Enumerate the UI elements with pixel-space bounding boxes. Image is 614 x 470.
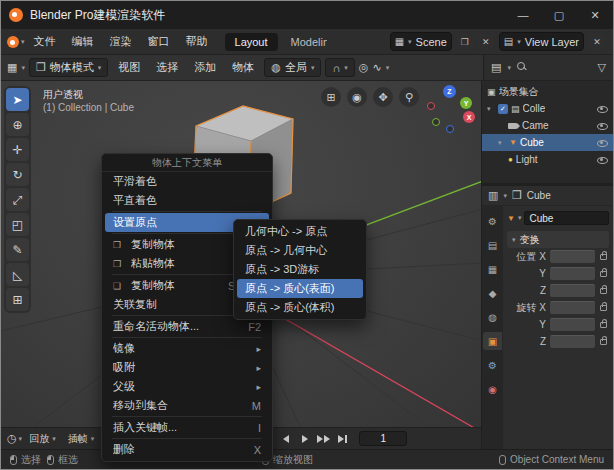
lock-icon[interactable] bbox=[600, 271, 607, 277]
submenu-item-origin-to-geometry[interactable]: 原点 -> 几何中心 bbox=[237, 241, 363, 260]
object-name-field[interactable]: Cube bbox=[524, 211, 609, 225]
remove-view-layer-button[interactable]: ✕ bbox=[589, 34, 605, 49]
navigation-gizmo[interactable]: Z Y X bbox=[426, 84, 476, 134]
visibility-eye-icon[interactable] bbox=[596, 103, 608, 114]
blender-menu-icon[interactable] bbox=[7, 36, 19, 48]
timeline-editor-icon[interactable]: ◷ bbox=[7, 432, 17, 445]
camera-view-icon[interactable]: ◉ bbox=[347, 87, 367, 107]
outliner-row-camera[interactable]: Came bbox=[482, 117, 613, 134]
grid-toggle-icon[interactable]: ⊞ bbox=[321, 87, 341, 107]
lock-icon[interactable] bbox=[600, 339, 607, 345]
play-backwards-button[interactable] bbox=[277, 431, 294, 446]
menu-item-shade-smooth[interactable]: 平滑着色 bbox=[105, 172, 269, 191]
submenu-item-geometry-to-origin[interactable]: 几何中心 -> 原点 bbox=[237, 222, 363, 241]
menu-window[interactable]: 窗口 bbox=[141, 31, 177, 52]
search-icon[interactable] bbox=[517, 62, 528, 73]
maximize-button[interactable]: ▢ bbox=[541, 1, 577, 29]
gizmo-z-axis[interactable]: Z bbox=[443, 85, 456, 98]
measure-tool[interactable]: ◺ bbox=[6, 263, 29, 286]
scene-selector[interactable]: ▦ ▾ Scene bbox=[390, 32, 452, 51]
location-z-field[interactable] bbox=[550, 284, 595, 297]
add-object-tool[interactable]: ⊞ bbox=[6, 288, 29, 311]
editor-type-icon[interactable]: ▦ bbox=[7, 61, 17, 74]
tab-world[interactable]: ◍ bbox=[483, 308, 502, 326]
pan-hand-icon[interactable]: ✥ bbox=[373, 87, 393, 107]
tab-tool[interactable]: ⚙ bbox=[483, 212, 502, 230]
gizmo-neg-y-axis[interactable] bbox=[432, 118, 440, 126]
visibility-eye-icon[interactable] bbox=[596, 137, 608, 148]
annotate-tool[interactable]: ✎ bbox=[6, 238, 29, 261]
menu-item-shade-flat[interactable]: 平直着色 bbox=[105, 191, 269, 210]
lock-icon[interactable] bbox=[600, 254, 607, 260]
proportional-editing-icon[interactable]: ◎ bbox=[359, 61, 369, 74]
outliner-row-collection[interactable]: ▾ ✓ ▤ Colle bbox=[482, 100, 613, 117]
menu-item-delete[interactable]: 删除 X bbox=[105, 440, 269, 459]
submenu-item-origin-to-center-of-mass-surface[interactable]: 原点 -> 质心(表面) bbox=[237, 279, 363, 298]
tab-output[interactable]: ▤ bbox=[483, 236, 502, 254]
visibility-eye-icon[interactable] bbox=[596, 154, 608, 165]
gizmo-y-axis[interactable]: Y bbox=[460, 97, 472, 109]
menu-edit[interactable]: 编辑 bbox=[65, 31, 101, 52]
falloff-icon[interactable]: ∿ bbox=[372, 61, 381, 74]
gizmo-x-axis[interactable]: X bbox=[463, 111, 475, 123]
rotation-y-field[interactable] bbox=[550, 318, 595, 331]
play-button[interactable] bbox=[296, 431, 313, 446]
jump-to-end-button[interactable] bbox=[334, 431, 351, 446]
menu-item-parent[interactable]: 父级 ▸ bbox=[105, 377, 269, 396]
current-frame-field[interactable]: 1 bbox=[359, 431, 407, 446]
next-keyframe-button[interactable] bbox=[315, 431, 332, 446]
menu-render[interactable]: 渲染 bbox=[103, 31, 139, 52]
move-tool[interactable]: ✛ bbox=[6, 138, 29, 161]
tab-view-layer[interactable]: ▦ bbox=[483, 260, 502, 278]
orientation-dropdown[interactable]: ◍ 全局 ▾ bbox=[264, 58, 321, 77]
timeline-menu-playback[interactable]: 回放▾ bbox=[24, 432, 61, 446]
tab-physics[interactable]: ◉ bbox=[483, 380, 502, 398]
expand-icon[interactable]: ▾ bbox=[498, 139, 506, 147]
rotation-z-field[interactable] bbox=[550, 335, 595, 348]
mode-dropdown[interactable]: ❒ 物体模式 ▾ bbox=[29, 58, 108, 77]
lock-icon[interactable] bbox=[600, 288, 607, 294]
tab-modifiers[interactable]: ⚙ bbox=[483, 356, 502, 374]
menu-view[interactable]: 视图 bbox=[112, 57, 146, 78]
filter-funnel-icon[interactable]: ▽ bbox=[598, 61, 606, 74]
tab-scene[interactable]: ◆ bbox=[483, 284, 502, 302]
menu-item-mirror[interactable]: 镜像 ▸ bbox=[105, 339, 269, 358]
tab-modeling[interactable]: Modeling bbox=[281, 33, 327, 51]
snap-toggle[interactable]: ∩ ▾ bbox=[325, 58, 354, 77]
expand-icon[interactable]: ▾ bbox=[487, 105, 495, 113]
collection-checkbox[interactable]: ✓ bbox=[498, 104, 508, 114]
menu-file[interactable]: 文件 bbox=[27, 31, 63, 52]
outliner-row-light[interactable]: ● Light bbox=[482, 151, 613, 168]
submenu-item-origin-to-3d-cursor[interactable]: 原点 -> 3D游标 bbox=[237, 260, 363, 279]
lock-icon[interactable] bbox=[600, 322, 607, 328]
transform-tool[interactable]: ◰ bbox=[6, 213, 29, 236]
menu-item-snap[interactable]: 吸附 ▸ bbox=[105, 358, 269, 377]
scale-tool[interactable]: ⤢ bbox=[6, 188, 29, 211]
visibility-eye-icon[interactable] bbox=[596, 120, 608, 131]
menu-object[interactable]: 物体 bbox=[226, 57, 260, 78]
select-box-tool[interactable]: ➤ bbox=[6, 88, 29, 111]
location-x-field[interactable] bbox=[550, 250, 595, 263]
menu-item-move-to-collection[interactable]: 移动到集合 M bbox=[105, 396, 269, 415]
zoom-icon[interactable]: ⚲ bbox=[399, 87, 419, 107]
gizmo-neg-x-axis[interactable] bbox=[427, 102, 435, 110]
rotation-x-field[interactable] bbox=[550, 301, 595, 314]
location-y-field[interactable] bbox=[550, 267, 595, 280]
gizmo-neg-z-axis[interactable] bbox=[446, 125, 454, 133]
menu-item-insert-keyframe[interactable]: 插入关键帧... I bbox=[105, 418, 269, 437]
close-button[interactable]: ✕ bbox=[577, 1, 613, 29]
submenu-item-origin-to-center-of-mass-volume[interactable]: 原点 -> 质心(体积) bbox=[237, 298, 363, 317]
tab-object[interactable]: ▣ bbox=[483, 332, 502, 350]
unlink-scene-button[interactable]: ✕ bbox=[478, 34, 494, 49]
menu-select[interactable]: 选择 bbox=[150, 57, 184, 78]
outliner-row-cube[interactable]: ▾ ▼ Cube bbox=[482, 134, 613, 151]
minimize-button[interactable]: — bbox=[505, 1, 541, 29]
new-scene-button[interactable]: ❐ bbox=[457, 34, 473, 49]
timeline-menu-keying[interactable]: 插帧▾ bbox=[63, 432, 100, 446]
outliner-editor-icon[interactable]: ▤ bbox=[491, 61, 501, 74]
lock-icon[interactable] bbox=[600, 305, 607, 311]
properties-editor-icon[interactable]: ▥ bbox=[488, 189, 498, 202]
rotate-tool[interactable]: ↻ bbox=[6, 163, 29, 186]
menu-add[interactable]: 添加 bbox=[188, 57, 222, 78]
view-layer-selector[interactable]: ▤ ▾ View Layer bbox=[499, 32, 584, 51]
